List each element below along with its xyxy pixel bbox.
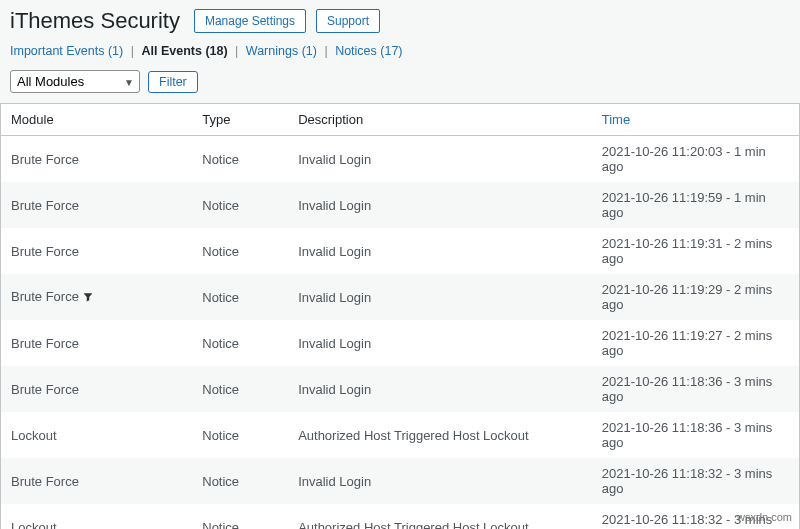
cell-description: Invalid Login — [288, 136, 592, 183]
filter-button[interactable]: Filter — [148, 71, 198, 93]
column-header-type: Type — [192, 104, 288, 136]
cell-module: Brute Force — [1, 320, 193, 366]
cell-module: Lockout — [1, 412, 193, 458]
table-row[interactable]: LockoutNoticeAuthorized Host Triggered H… — [1, 504, 800, 529]
cell-type: Notice — [192, 504, 288, 529]
table-row[interactable]: LockoutNoticeAuthorized Host Triggered H… — [1, 412, 800, 458]
cell-type: Notice — [192, 412, 288, 458]
tab-all-events[interactable]: All Events (18) — [141, 44, 227, 58]
tab-separator: | — [131, 44, 134, 58]
tab-important-events[interactable]: Important Events (1) — [10, 44, 123, 58]
tab-notices[interactable]: Notices (17) — [335, 44, 402, 58]
cell-time: 2021-10-26 11:19:31 - 2 mins ago — [592, 228, 800, 274]
support-button[interactable]: Support — [316, 9, 380, 33]
cell-module: Brute Force — [1, 228, 193, 274]
cell-type: Notice — [192, 458, 288, 504]
cell-time: 2021-10-26 11:18:36 - 3 mins ago — [592, 412, 800, 458]
cell-module: Lockout — [1, 504, 193, 529]
column-header-description: Description — [288, 104, 592, 136]
table-header-row: Module Type Description Time — [1, 104, 800, 136]
cell-description: Invalid Login — [288, 366, 592, 412]
view-tabs: Important Events (1) | All Events (18) |… — [0, 40, 800, 66]
module-select[interactable]: All Modules — [10, 70, 140, 93]
cell-time: 2021-10-26 11:18:36 - 3 mins ago — [592, 366, 800, 412]
table-row[interactable]: Brute ForceNoticeInvalid Login2021-10-26… — [1, 366, 800, 412]
cell-description: Invalid Login — [288, 228, 592, 274]
cell-type: Notice — [192, 274, 288, 320]
watermark: wsxdn.com — [737, 511, 792, 523]
cell-module: Brute Force — [1, 366, 193, 412]
page-header: iThemes Security Manage Settings Support — [0, 0, 800, 40]
table-row[interactable]: Brute ForceNoticeInvalid Login2021-10-26… — [1, 228, 800, 274]
table-row[interactable]: Brute ForceNoticeInvalid Login2021-10-26… — [1, 320, 800, 366]
cell-module: Brute Force — [1, 458, 193, 504]
cell-time: 2021-10-26 11:18:32 - 3 mins ago — [592, 458, 800, 504]
table-row[interactable]: Brute ForceNoticeInvalid Login2021-10-26… — [1, 136, 800, 183]
cell-description: Authorized Host Triggered Host Lockout — [288, 504, 592, 529]
tab-warnings[interactable]: Warnings (1) — [246, 44, 317, 58]
cell-description: Invalid Login — [288, 320, 592, 366]
cell-type: Notice — [192, 320, 288, 366]
cell-type: Notice — [192, 228, 288, 274]
cell-module: Brute Force — [1, 182, 193, 228]
time-sort-link[interactable]: Time — [602, 112, 630, 127]
cell-time: 2021-10-26 11:19:27 - 2 mins ago — [592, 320, 800, 366]
events-table: Module Type Description Time Brute Force… — [0, 103, 800, 529]
column-header-module: Module — [1, 104, 193, 136]
cell-time: 2021-10-26 11:19:29 - 2 mins ago — [592, 274, 800, 320]
cell-time: 2021-10-26 11:20:03 - 1 min ago — [592, 136, 800, 183]
cell-description: Invalid Login — [288, 274, 592, 320]
column-header-time[interactable]: Time — [592, 104, 800, 136]
table-row[interactable]: Brute ForceNoticeInvalid Login2021-10-26… — [1, 182, 800, 228]
table-row[interactable]: Brute ForceNoticeInvalid Login2021-10-26… — [1, 458, 800, 504]
cell-module: Brute Force — [1, 274, 193, 320]
cell-time: 2021-10-26 11:19:59 - 1 min ago — [592, 182, 800, 228]
manage-settings-button[interactable]: Manage Settings — [194, 9, 306, 33]
filter-icon[interactable] — [83, 290, 93, 305]
cell-type: Notice — [192, 136, 288, 183]
cell-type: Notice — [192, 366, 288, 412]
tab-separator: | — [324, 44, 327, 58]
page-title: iThemes Security — [10, 8, 180, 34]
table-row[interactable]: Brute ForceNoticeInvalid Login2021-10-26… — [1, 274, 800, 320]
filter-row: All Modules ▼ Filter — [0, 66, 800, 103]
cell-module: Brute Force — [1, 136, 193, 183]
cell-type: Notice — [192, 182, 288, 228]
tab-separator: | — [235, 44, 238, 58]
cell-description: Authorized Host Triggered Host Lockout — [288, 412, 592, 458]
cell-description: Invalid Login — [288, 182, 592, 228]
cell-description: Invalid Login — [288, 458, 592, 504]
